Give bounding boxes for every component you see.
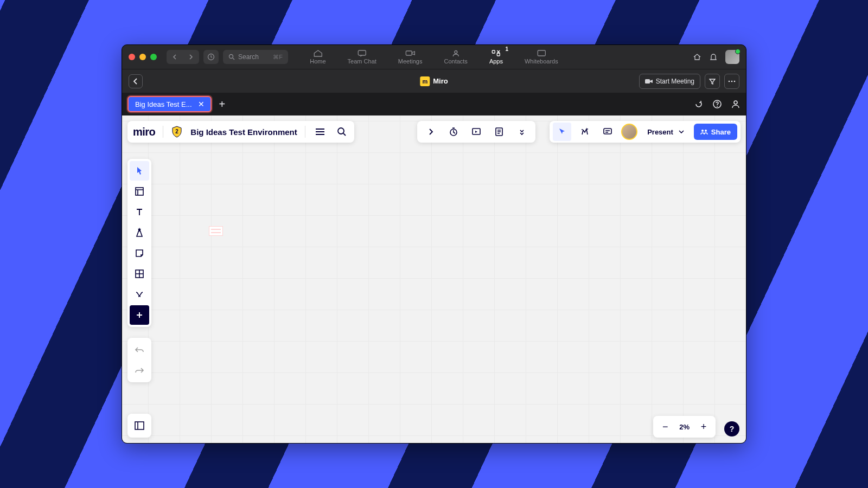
tab-team-chat-label: Team Chat [348, 58, 376, 65]
window-maximize-button[interactable] [150, 54, 157, 60]
history-toolbar [127, 338, 151, 382]
home-shortcut-icon[interactable] [693, 53, 701, 61]
template-tool[interactable] [130, 182, 149, 201]
svg-rect-2 [358, 50, 366, 55]
tab-contacts[interactable]: Contacts [441, 47, 470, 67]
zoom-controls: − 2% + [653, 416, 716, 438]
help-button[interactable] [712, 99, 722, 109]
apps-badge: 1 [505, 46, 508, 52]
svg-point-4 [455, 51, 457, 54]
shield-badge-icon[interactable]: 2 [171, 126, 183, 138]
close-tab-button[interactable]: ✕ [196, 99, 206, 109]
window-close-button[interactable] [129, 54, 135, 60]
cursor-tool-button[interactable] [553, 123, 571, 141]
tab-home[interactable]: Home [307, 47, 329, 67]
nav-forward-button[interactable] [184, 51, 198, 63]
start-meeting-button[interactable]: Start Meeting [639, 74, 700, 89]
timer-button[interactable] [444, 123, 463, 141]
left-toolbar [127, 159, 151, 327]
board-tab-active[interactable]: Big Ideas Test E... ✕ [127, 96, 212, 112]
board-object[interactable] [209, 226, 223, 236]
board-menu-button[interactable] [313, 126, 327, 138]
search-shortcut: ⌘F [273, 54, 283, 61]
zoom-level[interactable]: 2% [676, 423, 693, 431]
zoom-in-button[interactable]: + [695, 418, 712, 435]
svg-point-23 [701, 130, 704, 132]
svg-rect-8 [645, 79, 650, 84]
video-icon [645, 79, 653, 84]
more-options-button[interactable] [724, 74, 739, 89]
sticky-note-tool[interactable] [130, 243, 149, 263]
expand-button[interactable] [422, 123, 440, 141]
search-box[interactable]: Search ⌘F [223, 50, 288, 64]
undo-button[interactable] [130, 340, 149, 359]
comments-button[interactable] [598, 123, 617, 141]
filter-button[interactable] [705, 74, 720, 89]
miro-logo-icon: m [420, 76, 430, 86]
svg-text:2: 2 [176, 129, 179, 134]
app-back-button[interactable] [129, 74, 143, 88]
svg-point-1 [229, 55, 233, 59]
tab-meetings-label: Meetings [398, 58, 423, 65]
svg-rect-3 [406, 51, 412, 55]
present-dropdown[interactable]: Present [642, 124, 690, 140]
redo-button[interactable] [130, 361, 149, 380]
notes-button[interactable] [490, 123, 508, 141]
tab-contacts-label: Contacts [444, 58, 467, 65]
board-search-button[interactable] [335, 125, 349, 139]
tab-apps[interactable]: 1 Apps [486, 47, 506, 67]
profile-button[interactable] [731, 99, 741, 109]
divider [305, 126, 305, 138]
connection-tool[interactable] [130, 285, 149, 304]
nav-back-button[interactable] [168, 51, 182, 63]
svg-rect-7 [538, 50, 545, 56]
tab-meetings[interactable]: Meetings [395, 47, 426, 67]
divider [163, 126, 163, 138]
user-avatar[interactable] [725, 50, 739, 64]
zoom-out-button[interactable]: − [656, 418, 674, 435]
text-tool[interactable] [130, 202, 149, 222]
frames-panel-button[interactable] [127, 414, 151, 438]
svg-rect-22 [604, 129, 611, 134]
chat-icon [357, 49, 367, 57]
add-tab-button[interactable]: + [217, 98, 228, 111]
window-minimize-button[interactable] [139, 54, 146, 60]
reactions-button[interactable] [576, 123, 594, 141]
search-placeholder: Search [238, 53, 259, 61]
add-more-tool[interactable] [130, 305, 149, 325]
svg-rect-5 [492, 50, 495, 53]
svg-rect-25 [136, 188, 143, 195]
miro-brand[interactable]: miro [133, 126, 155, 138]
canvas[interactable]: miro 2 Big Ideas Test Environment [122, 115, 746, 443]
board-tab-label: Big Ideas Test E... [135, 100, 192, 108]
notifications-icon[interactable] [709, 53, 718, 61]
chevron-down-icon [679, 130, 684, 133]
share-label: Share [711, 128, 731, 136]
titlebar-right [693, 50, 739, 64]
board-tools-bar [417, 121, 535, 143]
select-tool[interactable] [130, 161, 149, 181]
shape-tool[interactable] [130, 223, 149, 242]
collaborator-avatar[interactable] [621, 124, 637, 140]
board-header-bar: miro 2 Big Ideas Test Environment [127, 121, 354, 143]
tab-row: Big Ideas Test E... ✕ + [122, 93, 746, 115]
tab-team-chat[interactable]: Team Chat [344, 47, 380, 67]
share-button[interactable]: Share [694, 124, 737, 140]
tabrow-right [694, 99, 741, 109]
svg-point-14 [734, 101, 737, 104]
grid-tool[interactable] [130, 264, 149, 284]
more-tools-button[interactable] [513, 123, 531, 141]
people-icon [700, 129, 708, 135]
board-title[interactable]: Big Ideas Test Environment [190, 127, 297, 137]
start-meeting-label: Start Meeting [656, 78, 694, 85]
svg-rect-27 [135, 422, 144, 429]
svg-rect-6 [497, 53, 500, 56]
help-fab[interactable]: ? [724, 421, 739, 436]
svg-point-11 [734, 80, 736, 82]
nav-arrows [167, 50, 199, 64]
refresh-button[interactable] [694, 99, 704, 109]
svg-point-10 [731, 80, 733, 82]
tab-whiteboards[interactable]: Whiteboards [521, 47, 561, 67]
presentation-button[interactable] [467, 123, 486, 141]
history-button[interactable] [203, 50, 219, 64]
